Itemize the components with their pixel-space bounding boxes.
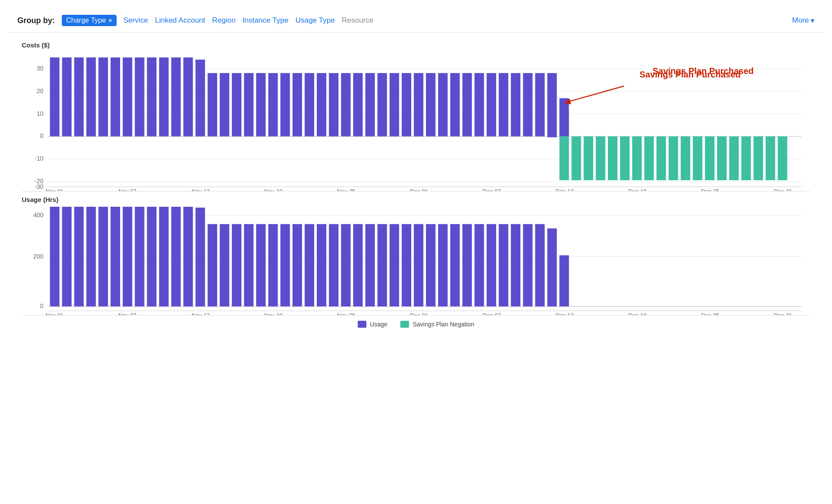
cost-chart-section: Costs ($) Savings Plan Purchased 30	[22, 41, 810, 192]
svg-rect-128	[450, 224, 460, 306]
svg-rect-28	[232, 73, 242, 137]
svg-rect-97	[74, 207, 84, 306]
svg-rect-64	[657, 136, 666, 180]
svg-rect-113	[268, 224, 278, 306]
usage-chart-wrapper: 400 200 0	[22, 207, 810, 316]
svg-rect-117	[317, 224, 326, 306]
svg-text:Dec-19: Dec-19	[628, 188, 647, 191]
svg-rect-108	[208, 224, 217, 306]
filter-service[interactable]: Service	[124, 16, 148, 25]
filter-linked-account[interactable]: Linked Account	[155, 16, 205, 25]
svg-rect-110	[232, 224, 242, 306]
cost-chart-title: Costs ($)	[22, 41, 810, 49]
svg-rect-124	[402, 224, 411, 306]
remove-filter-icon[interactable]: ×	[108, 17, 112, 24]
svg-text:Dec-13: Dec-13	[556, 188, 574, 191]
cost-chart-svg: 30 20 10 0 -10 -20 -30	[22, 52, 810, 191]
svg-rect-38	[353, 73, 363, 137]
svg-rect-26	[208, 73, 217, 137]
svg-rect-47	[463, 73, 472, 137]
svg-text:0: 0	[40, 302, 44, 309]
active-filter-chip[interactable]: Charge Type ×	[62, 15, 117, 26]
svg-rect-133	[511, 224, 520, 306]
svg-text:Nov-19: Nov-19	[265, 188, 283, 191]
svg-rect-74	[778, 136, 787, 180]
svg-text:10: 10	[37, 110, 44, 117]
svg-rect-24	[183, 57, 193, 136]
svg-rect-44	[426, 73, 436, 137]
usage-chart-title: Usage (Hrs)	[22, 196, 810, 203]
svg-rect-36	[329, 73, 339, 137]
svg-rect-123	[389, 224, 399, 306]
svg-text:Nov-13: Nov-13	[191, 312, 210, 315]
filter-usage-type[interactable]: Usage Type	[295, 16, 335, 25]
svg-rect-43	[414, 73, 423, 137]
svg-rect-116	[305, 224, 314, 306]
svg-rect-136	[547, 228, 557, 306]
chart-legend: Usage Savings Plan Negation	[22, 321, 810, 328]
svg-rect-17	[98, 57, 108, 136]
svg-rect-50	[499, 73, 508, 137]
svg-text:Nov-25: Nov-25	[337, 188, 356, 191]
svg-rect-51	[511, 73, 520, 137]
filter-instance-type[interactable]: Instance Type	[242, 16, 289, 25]
svg-text:30: 30	[37, 65, 44, 72]
svg-text:Dec-31: Dec-31	[774, 188, 792, 191]
legend-swatch-usage	[358, 321, 366, 328]
svg-rect-66	[681, 136, 690, 180]
svg-rect-31	[268, 73, 278, 137]
svg-rect-32	[280, 73, 290, 137]
svg-rect-45	[438, 73, 448, 137]
svg-rect-48	[474, 73, 484, 137]
legend-item-usage: Usage	[358, 321, 387, 328]
svg-rect-112	[256, 224, 266, 306]
svg-rect-100	[111, 207, 120, 306]
chevron-down-icon: ▾	[811, 16, 815, 25]
svg-rect-16	[86, 57, 96, 136]
svg-text:Dec-25: Dec-25	[701, 188, 719, 191]
svg-rect-131	[486, 224, 496, 306]
svg-text:Dec-31: Dec-31	[774, 312, 792, 315]
svg-rect-30	[256, 73, 266, 137]
svg-rect-120	[353, 224, 363, 306]
svg-rect-21	[147, 57, 157, 136]
svg-rect-54	[547, 73, 557, 138]
svg-text:Dec-01: Dec-01	[410, 188, 428, 191]
svg-rect-18	[111, 57, 120, 136]
svg-rect-134	[523, 224, 533, 306]
usage-chart-svg: 400 200 0	[22, 207, 810, 315]
svg-text:0: 0	[40, 132, 44, 139]
svg-rect-62	[632, 136, 642, 180]
svg-rect-71	[741, 136, 751, 180]
svg-rect-33	[292, 73, 302, 137]
svg-rect-99	[98, 207, 108, 306]
svg-rect-122	[377, 224, 387, 306]
svg-text:-10: -10	[35, 155, 44, 162]
svg-rect-25	[195, 60, 205, 136]
cost-chart-wrapper: Savings Plan Purchased 30 20 10 0 -10	[22, 52, 810, 192]
svg-text:Dec-07: Dec-07	[483, 188, 501, 191]
svg-rect-15	[74, 57, 84, 136]
svg-rect-130	[474, 224, 484, 306]
svg-rect-53	[535, 73, 545, 137]
svg-rect-41	[389, 73, 399, 137]
svg-line-75	[567, 86, 624, 102]
svg-rect-105	[171, 207, 181, 306]
svg-text:Nov-13: Nov-13	[191, 188, 210, 191]
svg-rect-61	[620, 136, 630, 180]
svg-text:Dec-01: Dec-01	[410, 312, 428, 315]
svg-rect-14	[62, 57, 72, 136]
svg-rect-127	[438, 224, 448, 306]
svg-rect-126	[426, 224, 436, 306]
more-dropdown[interactable]: More ▾	[792, 16, 815, 25]
svg-rect-111	[244, 224, 254, 306]
svg-rect-59	[596, 136, 605, 180]
svg-text:400: 400	[34, 212, 44, 218]
svg-rect-101	[123, 207, 132, 306]
svg-rect-46	[450, 73, 460, 137]
svg-rect-114	[280, 224, 290, 306]
filter-resource[interactable]: Resource	[342, 16, 373, 25]
filter-region[interactable]: Region	[212, 16, 236, 25]
svg-rect-34	[305, 73, 314, 137]
svg-rect-67	[693, 136, 702, 180]
